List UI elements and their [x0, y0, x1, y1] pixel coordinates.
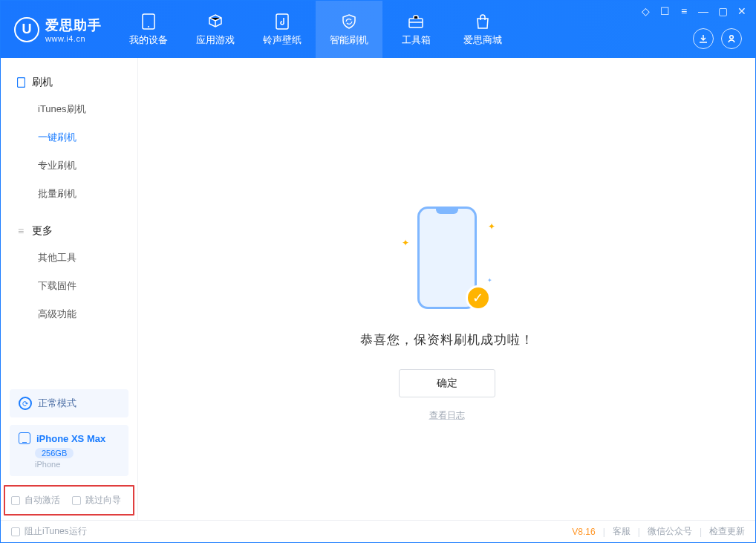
download-button[interactable]	[693, 28, 714, 49]
shirt-icon[interactable]: ◇	[639, 5, 651, 17]
device-capacity: 256GB	[35, 448, 74, 458]
sparkle-icon: ✦	[402, 238, 409, 248]
app-header: U 爱思助手 www.i4.cn 我的设备 应用游戏 铃声壁纸 智能刷机	[1, 1, 755, 58]
cube-icon	[206, 13, 224, 30]
main-content: ✓ ✦ ✦ ✦ 恭喜您，保资料刷机成功啦！ 确定 查看日志	[138, 58, 755, 520]
svg-rect-5	[17, 78, 25, 88]
minimize-icon[interactable]: —	[697, 5, 709, 17]
block-itunes-label[interactable]: 阻止iTunes运行	[25, 525, 87, 538]
sidebar-item-batch-flash[interactable]: 批量刷机	[1, 180, 137, 208]
section-more-header: ≡ 更多	[1, 218, 137, 244]
check-badge-icon: ✓	[466, 285, 491, 310]
toolbox-icon	[407, 13, 425, 30]
svg-point-1	[148, 26, 149, 27]
shield-refresh-icon	[340, 13, 358, 30]
phone-icon	[140, 13, 157, 30]
svg-point-4	[730, 36, 734, 39]
device-mode-label: 正常模式	[38, 397, 76, 410]
checkbox-auto-activate[interactable]: 自动激活	[11, 494, 60, 507]
app-title: 爱思助手	[45, 16, 102, 34]
normal-mode-icon: ⟳	[19, 397, 32, 410]
tab-device[interactable]: 我的设备	[115, 1, 182, 58]
tab-toolbox[interactable]: 工具箱	[382, 1, 449, 58]
sparkle-icon: ✦	[488, 221, 495, 232]
flash-options-highlight: 自动激活 跳过向导	[4, 485, 134, 516]
checkbox-icon	[72, 496, 81, 505]
checkbox-skip-guide[interactable]: 跳过向导	[72, 494, 121, 507]
success-message: 恭喜您，保资料刷机成功啦！	[360, 331, 534, 348]
lock-icon[interactable]: ☐	[659, 5, 671, 17]
sidebar-item-onekey-flash[interactable]: 一键刷机	[1, 123, 137, 152]
device-name: iPhone XS Max	[36, 433, 105, 444]
tab-ringtones[interactable]: 铃声壁纸	[249, 1, 316, 58]
close-icon[interactable]: ✕	[736, 5, 748, 17]
sparkle-icon: ✦	[487, 277, 492, 284]
sidebar: 刷机 iTunes刷机 一键刷机 专业刷机 批量刷机 ≡ 更多 其他工具 下载固…	[1, 58, 138, 520]
menu-icon[interactable]: ≡	[678, 5, 690, 17]
bag-icon	[474, 13, 492, 30]
support-link[interactable]: 客服	[613, 525, 630, 538]
svg-rect-3	[409, 19, 423, 27]
section-flash-header: 刷机	[1, 70, 137, 95]
checkbox-icon[interactable]	[11, 527, 20, 536]
tab-flash[interactable]: 智能刷机	[316, 1, 382, 58]
header-action-buttons	[693, 28, 742, 49]
app-logo: U 爱思助手 www.i4.cn	[1, 1, 115, 58]
app-url: www.i4.cn	[45, 34, 102, 43]
header-tabs: 我的设备 应用游戏 铃声壁纸 智能刷机 工具箱 爱思商城	[115, 1, 516, 58]
logo-icon: U	[14, 17, 39, 42]
sidebar-item-firmware[interactable]: 下载固件	[1, 272, 137, 300]
device-info-card[interactable]: iPhone XS Max 256GB iPhone	[10, 425, 128, 476]
tab-apps[interactable]: 应用游戏	[182, 1, 249, 58]
device-icon	[19, 432, 30, 444]
sidebar-item-other-tools[interactable]: 其他工具	[1, 244, 137, 272]
device-mode-card[interactable]: ⟳ 正常模式	[10, 389, 128, 417]
status-bar: 阻止iTunes运行 V8.16 | 客服 | 微信公众号 | 检查更新	[1, 520, 755, 542]
window-controls: ◇ ☐ ≡ — ▢ ✕	[639, 5, 748, 17]
music-file-icon	[273, 13, 291, 30]
sidebar-item-advanced[interactable]: 高级功能	[1, 300, 137, 328]
sidebar-item-itunes-flash[interactable]: iTunes刷机	[1, 95, 137, 123]
success-illustration: ✓ ✦ ✦ ✦	[399, 207, 495, 318]
device-small-icon	[16, 77, 26, 88]
view-log-link[interactable]: 查看日志	[429, 409, 465, 422]
wechat-link[interactable]: 微信公众号	[648, 525, 692, 538]
device-type: iPhone	[35, 460, 120, 469]
version-label: V8.16	[572, 527, 595, 537]
ok-button[interactable]: 确定	[399, 369, 495, 397]
checkbox-icon	[11, 496, 20, 505]
tab-store[interactable]: 爱思商城	[449, 1, 516, 58]
user-button[interactable]	[721, 28, 742, 49]
check-update-link[interactable]: 检查更新	[709, 525, 745, 538]
maximize-icon[interactable]: ▢	[717, 5, 729, 17]
list-icon: ≡	[16, 226, 26, 236]
sidebar-item-pro-flash[interactable]: 专业刷机	[1, 152, 137, 180]
